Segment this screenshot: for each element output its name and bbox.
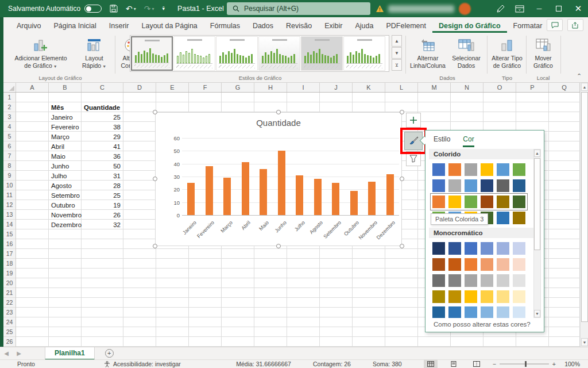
cell-C3[interactable]: 25 (84, 112, 121, 122)
cell-B8[interactable]: Junho (51, 161, 81, 171)
sheet-nav-left-arrow[interactable]: ◀ (0, 350, 13, 356)
column-header-L[interactable]: L (385, 83, 418, 92)
column-header-E[interactable]: E (156, 83, 189, 92)
chart-bar-maio[interactable] (260, 169, 267, 215)
move-chart-button[interactable]: Mover Gráfico (528, 36, 558, 70)
scroll-down-arrow[interactable]: ▼ (581, 338, 588, 346)
cell-B4[interactable]: Fevereiro (51, 122, 81, 132)
column-header-N[interactable]: N (451, 83, 483, 92)
row-header-17[interactable]: 17 (3, 249, 16, 259)
cell-B14[interactable]: Dezembro (51, 220, 81, 229)
chart-selection-handle[interactable] (153, 177, 157, 181)
quick-layout-button[interactable]: Layout Rápido▼ (78, 36, 110, 70)
chart-bar-setembro[interactable] (332, 183, 339, 215)
gallery-scroll-up[interactable]: ▲ (392, 35, 402, 47)
column-header-A[interactable]: A (16, 83, 49, 92)
chart-selection-handle[interactable] (400, 110, 404, 114)
search-input[interactable]: Pesquisar (Alt+G) (227, 2, 370, 15)
row-header-23[interactable]: 23 (3, 308, 16, 317)
zoom-level[interactable]: 100% (562, 361, 580, 367)
chart-elements-plus-button[interactable] (406, 113, 421, 128)
chart-bar-junho[interactable] (278, 151, 285, 215)
chart-style-thumbnail-4[interactable] (258, 36, 300, 71)
palette-row[interactable] (432, 274, 525, 287)
sum-stat[interactable]: Soma: 380 (373, 361, 402, 367)
ink-pen-icon[interactable] (490, 0, 510, 17)
tab-layout-da-p-gina[interactable]: Layout da Página (135, 18, 203, 33)
chart-style-thumbnail-6[interactable] (343, 36, 385, 71)
tab-exibir[interactable]: Exibir (318, 18, 349, 33)
row-header-13[interactable]: 13 (3, 210, 16, 220)
column-header-J[interactable]: J (320, 83, 353, 92)
chart-bar-agosto[interactable] (314, 179, 322, 215)
cell-C9[interactable]: 31 (84, 171, 121, 181)
row-header-26[interactable]: 26 (3, 337, 16, 347)
zoom-out-button[interactable]: − (493, 361, 496, 367)
column-header-H[interactable]: H (254, 83, 287, 92)
average-stat[interactable]: Média: 31.66666667 (236, 361, 291, 367)
chart-style-thumbnail-1[interactable] (131, 36, 173, 71)
tab-pdfelement[interactable]: PDFelement (380, 18, 432, 33)
row-header-22[interactable]: 22 (3, 298, 16, 308)
row-header-21[interactable]: 21 (3, 288, 16, 298)
cell-B5[interactable]: Março (51, 132, 81, 141)
row-header-5[interactable]: 5 (3, 132, 16, 141)
chart-bar-abril[interactable] (242, 162, 249, 215)
avatar[interactable] (459, 3, 471, 15)
row-header-2[interactable]: 2 (3, 102, 16, 112)
chart-title[interactable]: Quantidade (156, 118, 401, 128)
chart-style-thumbnail-5[interactable] (301, 36, 343, 71)
new-sheet-button[interactable]: + (105, 349, 114, 358)
ribbon-display-options-icon[interactable] (510, 0, 529, 17)
column-header-M[interactable]: M (418, 83, 451, 92)
cell-C14[interactable]: 32 (84, 220, 121, 229)
popup-scrollbar[interactable]: ▲ ▼ (533, 149, 541, 318)
palette-row[interactable] (432, 242, 525, 255)
change-colors-help-link[interactable]: Como posso alterar estas cores? (434, 321, 531, 328)
chart-bar-março[interactable] (223, 178, 231, 215)
row-header-19[interactable]: 19 (3, 269, 16, 278)
cell-B2[interactable]: Mês (51, 102, 80, 112)
tab-dados[interactable]: Dados (246, 18, 280, 33)
gallery-more-button[interactable]: ⊻ (392, 59, 402, 71)
palette-row[interactable] (432, 258, 525, 271)
tab-ajuda[interactable]: Ajuda (349, 18, 380, 33)
column-header-K[interactable]: K (353, 83, 385, 92)
cell-C4[interactable]: 38 (84, 122, 121, 132)
zoom-in-button[interactable]: + (552, 361, 556, 367)
chart-bar-outubro[interactable] (350, 191, 358, 215)
accessibility-status[interactable]: Acessibilidade: investigar (104, 361, 181, 367)
close-button[interactable]: ✕ (568, 0, 588, 17)
cell-C12[interactable]: 19 (84, 200, 121, 210)
tab-design-do-gr-fico[interactable]: Design do Gráfico (432, 18, 507, 33)
chart-bar-janeiro[interactable] (187, 183, 195, 215)
chart-selection-handle[interactable] (153, 244, 157, 248)
sheet-nav-right-arrow[interactable]: ▶ (13, 350, 25, 356)
share-button[interactable] (567, 19, 583, 31)
row-header-8[interactable]: 8 (3, 161, 16, 171)
cell-B12[interactable]: Outubro (51, 200, 81, 210)
cell-C7[interactable]: 36 (84, 151, 121, 161)
row-header-24[interactable]: 24 (3, 317, 16, 327)
add-chart-element-button[interactable]: Adicionar Elemento de Gráfico▼ (6, 36, 76, 70)
cell-B10[interactable]: Agosto (51, 181, 81, 190)
chart-selection-handle[interactable] (276, 110, 281, 114)
row-header-1[interactable]: 1 (3, 93, 16, 102)
vertical-scrollbar[interactable]: ▲ ▼ (580, 83, 588, 347)
row-header-15[interactable]: 15 (3, 229, 16, 239)
row-header-7[interactable]: 7 (3, 151, 16, 161)
page-layout-view-button[interactable] (447, 360, 461, 368)
scroll-up-arrow[interactable]: ▲ (581, 83, 588, 91)
row-header-20[interactable]: 20 (3, 278, 16, 288)
normal-view-button[interactable] (424, 360, 438, 368)
cell-B6[interactable]: Abril (51, 141, 81, 151)
row-header-25[interactable]: 25 (3, 327, 16, 337)
palette-row[interactable] (432, 195, 525, 208)
row-header-11[interactable]: 11 (3, 190, 16, 200)
chart-object[interactable]: Quantidade 0102030405060JaneiroFevereiro… (155, 112, 402, 246)
column-header-D[interactable]: D (123, 83, 156, 92)
undo-button[interactable]: ↶▾ (126, 4, 136, 13)
select-data-button[interactable]: Selecionar Dados (449, 36, 483, 70)
palette-row[interactable] (432, 290, 525, 303)
autosave-toggle[interactable] (84, 5, 102, 13)
